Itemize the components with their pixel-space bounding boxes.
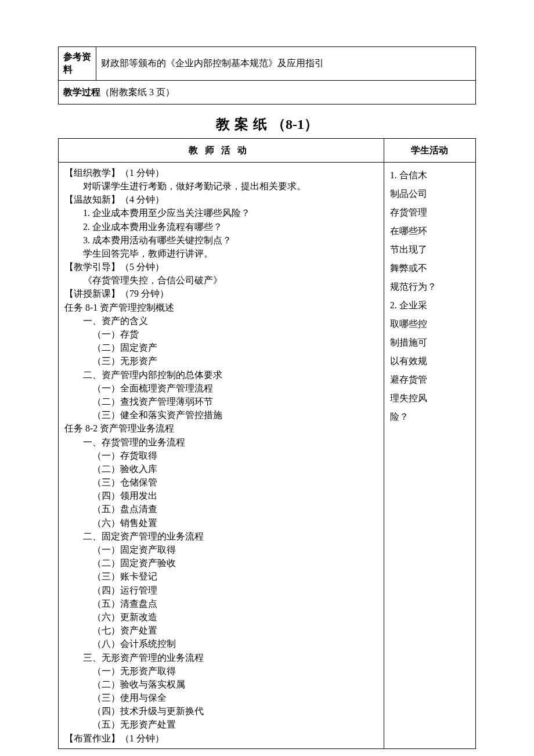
student-line: 制措施可 <box>390 333 470 352</box>
title-main: 教案纸 <box>216 117 272 132</box>
lesson-table: 教师活动 学生活动 【组织教学】（1 分钟）对听课学生进行考勤，做好考勤记录，提… <box>58 138 476 749</box>
title-paren: （8-1） <box>272 117 318 132</box>
student-line: 2. 企业采 <box>390 296 470 315</box>
teacher-line: 一、存货管理的业务流程 <box>64 435 378 449</box>
teacher-line: （一）固定资产取得 <box>64 543 378 556</box>
teacher-line: 《存货管理失控，合信公司破产》 <box>64 273 378 287</box>
student-line: 以有效规 <box>390 352 470 370</box>
teacher-line: （八）会计系统控制 <box>64 637 378 650</box>
teacher-line: （三）使用与保全 <box>64 691 378 704</box>
student-line: 制品公司 <box>390 185 470 203</box>
student-line: 取哪些控 <box>390 315 470 333</box>
teacher-line: （三）仓储保管 <box>64 476 378 489</box>
teacher-line: （二）查找资产管理薄弱环节 <box>64 395 378 408</box>
teacher-line: 一、资产的含义 <box>64 314 378 327</box>
teacher-line: （六）更新改造 <box>64 610 378 624</box>
page-title: 教案纸（8-1） <box>58 107 476 138</box>
student-line: 存货管理 <box>390 203 470 222</box>
student-line: 险？ <box>390 408 470 426</box>
teacher-line: （五）盘点清查 <box>64 502 378 516</box>
teacher-line: （一）无形资产取得 <box>64 664 378 678</box>
teacher-line: 学生回答完毕，教师进行讲评。 <box>64 247 378 260</box>
teacher-line: （五）无形资产处置 <box>64 718 378 731</box>
teacher-line: （四）技术升级与更新换代 <box>64 704 378 718</box>
teacher-line: 对听课学生进行考勤，做好考勤记录，提出相关要求。 <box>64 179 378 193</box>
teacher-line: （四）运行管理 <box>64 584 378 597</box>
reference-label: 参考资料 <box>59 47 96 81</box>
student-line: 理失控风 <box>390 389 470 408</box>
teacher-line: 任务 8-2 资产管理业务流程 <box>64 422 378 435</box>
teacher-line: （五）清查盘点 <box>64 597 378 610</box>
teacher-line: （三）账卡登记 <box>64 570 378 583</box>
teacher-line: （二）固定资产 <box>64 341 378 354</box>
teacher-line: （三）无形资产 <box>64 354 378 368</box>
student-line: 避存货管 <box>390 370 470 389</box>
teacher-line: 【讲授新课】（79 分钟） <box>64 287 378 300</box>
process-row: 教学过程（附教案纸 3 页） <box>59 80 476 104</box>
teacher-line: 2. 企业成本费用业务流程有哪些？ <box>64 220 378 233</box>
teacher-line: 【温故知新】（4 分钟） <box>64 193 378 206</box>
teacher-line: （二）验收与落实权属 <box>64 678 378 691</box>
teacher-line: （一）全面梳理资产管理流程 <box>64 381 378 395</box>
teacher-line: （一）存货取得 <box>64 449 378 462</box>
teacher-line: （一）存货 <box>64 327 378 341</box>
student-line: 1. 合信木 <box>390 166 470 185</box>
process-label: 教学过程 <box>63 87 100 97</box>
teacher-line: 二、固定资产管理的业务流程 <box>64 530 378 543</box>
teacher-line: （三）健全和落实资产管控措施 <box>64 408 378 422</box>
teacher-line: 【布置作业】（1 分钟） <box>64 732 378 745</box>
teacher-line: （七）资产处置 <box>64 624 378 637</box>
teacher-line: 任务 8-1 资产管理控制概述 <box>64 301 378 314</box>
student-line: 舞弊或不 <box>390 259 470 278</box>
student-line: 在哪些环 <box>390 222 470 240</box>
teacher-line: （四）领用发出 <box>64 489 378 502</box>
teacher-line: 3. 成本费用活动有哪些关键控制点？ <box>64 233 378 247</box>
teacher-line: （六）销售处置 <box>64 516 378 530</box>
reference-content: 财政部等颁布的《企业内部控制基本规范》及应用指引 <box>96 47 476 81</box>
teacher-line: 【教学引导】（5 分钟） <box>64 260 378 273</box>
teacher-line: 二、资产管理内部控制的总体要求 <box>64 368 378 381</box>
student-header: 学生活动 <box>384 138 475 162</box>
teacher-line: （二）验收入库 <box>64 462 378 476</box>
teacher-line: （二）固定资产验收 <box>64 556 378 570</box>
teacher-line: 三、无形资产管理的业务流程 <box>64 651 378 664</box>
student-line: 节出现了 <box>390 240 470 259</box>
student-line: 规范行为？ <box>390 278 470 296</box>
teacher-line: 【组织教学】（1 分钟） <box>64 166 378 179</box>
teacher-header: 教师活动 <box>59 138 384 162</box>
process-note: （附教案纸 3 页） <box>100 87 175 97</box>
teacher-line: 1. 企业成本费用至少应当关注哪些风险？ <box>64 206 378 219</box>
teacher-activity-cell: 【组织教学】（1 分钟）对听课学生进行考勤，做好考勤记录，提出相关要求。【温故知… <box>59 162 384 748</box>
student-activity-cell: 1. 合信木制品公司存货管理在哪些环节出现了舞弊或不规范行为？2. 企业采取哪些… <box>384 162 475 748</box>
reference-table: 参考资料 财政部等颁布的《企业内部控制基本规范》及应用指引 教学过程（附教案纸 … <box>58 46 476 105</box>
